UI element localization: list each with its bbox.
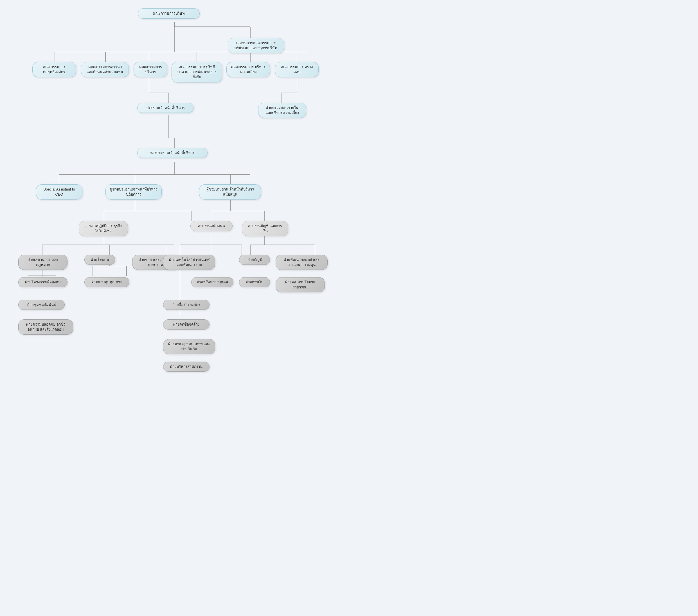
dept-factory-node: ฝ่ายโรงงาน xyxy=(84,255,115,265)
dept-policy-node: ฝ่ายพัฒนานโยบาย สาธารณะ xyxy=(276,277,325,292)
dept-accounting-node: ฝ่ายบัญชี xyxy=(239,255,270,265)
internal-audit-node: ฝ่ายตรวจสอบภายใน และบริหารความเสี่ยง xyxy=(258,103,306,118)
line-support-node: สายงานสนับสนุน xyxy=(191,221,233,231)
committee3-node: คณะกรรมการ บริหาร xyxy=(134,62,167,77)
dept-qc-node: ฝ่ายควบคุมคุณภาพ xyxy=(84,277,129,287)
org-chart: คณะกรรมการบริษัท เลขานุการคณะกรรมการบริษ… xyxy=(5,5,693,512)
dept-safety-node: ฝ่ายความปลอดภัย อาชีวอนามัย และสิ่งแวดล้… xyxy=(18,319,73,334)
dept-strategy-node: ฝ่ายพัฒนากลยุทธ์ และวางแผนการลงทุน xyxy=(276,255,327,270)
deputy-ops-node: ผู้ช่วยประธานเจ้าหน้าที่บริหาร ปฏิบัติกา… xyxy=(106,184,162,200)
deputy-support-node: ผู้ช่วยประธานเจ้าหน้าที่บริหาร สนับสนุน xyxy=(199,184,261,200)
dept-hr-node: ฝ่ายทรัพยากรบุคคล xyxy=(191,277,234,287)
ceo-node: ประธานเจ้าหน้าที่บริหาร xyxy=(137,103,194,113)
special-asst-node: Special Assistant to CEO xyxy=(36,184,82,200)
committee2-node: คณะกรรมการสรรหา และกำหนดค่าตอบแทน xyxy=(81,62,129,77)
dept-community-node: ฝ่ายชุมชนสัมพันธ์ xyxy=(18,300,65,310)
dept-social-node: ฝ่ายโครงการเพื่อสังคม xyxy=(18,277,68,287)
secretary-node: เลขานุการคณะกรรมการบริษัท และเลขานุการบร… xyxy=(228,38,284,53)
dept-office-node: ฝ่ายบริหารสำนักงาน xyxy=(163,361,210,372)
committee5-node: คณะกรรมการ บริหารความเสี่ยง xyxy=(226,62,270,77)
dept-finance-node: ฝ่ายการเงิน xyxy=(239,277,270,287)
board-node: คณะกรรมการบริษัท xyxy=(138,9,200,18)
dept-std-node: ฝ่ายมาตรฐานคุณภาพ และประกันภัย xyxy=(163,339,215,354)
line-ops-node: สายงานปฏิบัติการ ธุรกิจไบโอดีเซล xyxy=(79,221,128,236)
committee1-node: คณะกรรมการ กลยุทธ์องค์กร xyxy=(32,62,76,77)
dept-comm-node: ฝ่ายสื่อสารองค์กร xyxy=(163,300,210,310)
line-accounting-node: สายงานบัญชี และการเงิน xyxy=(242,221,288,236)
vceo-node: รองประธานเจ้าหน้าที่บริหาร xyxy=(137,148,208,158)
dept-it-node: ฝ่ายเทคโนโลยีสารสนเทศ และพัฒนาระบบ xyxy=(163,255,215,270)
committee6-node: คณะกรรมการ ตรวจสอบ xyxy=(275,62,319,77)
dept-legal-node: ฝ่ายเลขานุการ และ กฎหมาย xyxy=(18,255,68,270)
committee4-node: คณะกรรมการบรรษัทภิบาล และการพัฒนาอย่างยั… xyxy=(171,62,222,82)
dept-procurement-node: ฝ่ายจัดซื้อจัดจ้าง xyxy=(163,319,210,330)
